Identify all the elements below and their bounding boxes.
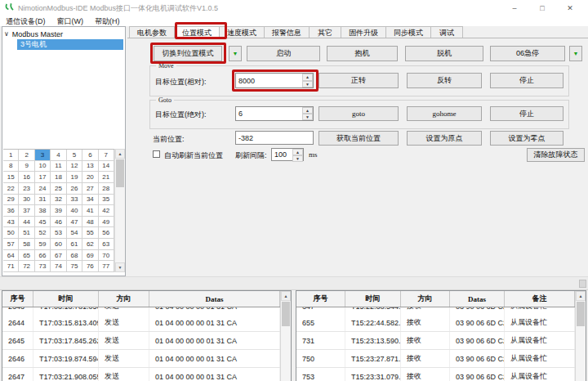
grid-cell-69[interactable]: 69 bbox=[82, 250, 98, 262]
scroll-thumb[interactable] bbox=[116, 159, 124, 187]
scroll-up-icon[interactable]: ▲ bbox=[576, 291, 586, 301]
grid-cell-5[interactable]: 5 bbox=[67, 150, 82, 161]
table-row[interactable]: 2646T17:03:19.874.594发送01 04 00 00 00 01… bbox=[2, 350, 280, 368]
table-row[interactable]: 2644T17:03:15.813.409发送01 04 00 00 00 01… bbox=[2, 314, 280, 332]
brake-button[interactable]: 抱机 bbox=[327, 46, 398, 61]
grid-cell-7[interactable]: 7 bbox=[99, 150, 114, 161]
grid-cell-73[interactable]: 73 bbox=[35, 261, 51, 272]
grid-cell-75[interactable]: 75 bbox=[67, 261, 82, 272]
grid-cell-12[interactable]: 12 bbox=[67, 161, 82, 173]
tab-1[interactable]: 位置模式 bbox=[174, 26, 220, 38]
grid-cell-34[interactable]: 34 bbox=[82, 195, 98, 206]
grid-cell-45[interactable]: 45 bbox=[35, 217, 51, 228]
table-row[interactable]: 731T15:23:13.590.…接收03 90 06 6D C2从属设备忙 bbox=[296, 332, 575, 350]
grid-cell-71[interactable]: 71 bbox=[3, 261, 19, 272]
grid-cell-53[interactable]: 53 bbox=[51, 227, 66, 239]
table-row[interactable]: 2647T17:03:21.908.055发送01 04 00 00 00 01… bbox=[2, 368, 280, 381]
relative-target-value[interactable]: 8000 bbox=[236, 74, 302, 87]
grid-cell-43[interactable]: 43 bbox=[3, 217, 19, 228]
grid-cell-68[interactable]: 68 bbox=[67, 250, 82, 262]
grid-cell-28[interactable]: 28 bbox=[99, 183, 114, 195]
menu-item-2[interactable]: 帮助(H) bbox=[89, 16, 126, 26]
grid-cell-65[interactable]: 65 bbox=[19, 250, 34, 262]
grid-cell-31[interactable]: 31 bbox=[35, 195, 51, 206]
grid-cell-4[interactable]: 4 bbox=[51, 150, 66, 161]
start-button[interactable]: 启动 bbox=[247, 46, 320, 61]
goto-button[interactable]: goto bbox=[318, 106, 399, 121]
relative-target-spinner[interactable]: 8000 ▲▼ bbox=[235, 73, 314, 88]
absolute-target-value[interactable]: 6 bbox=[236, 107, 302, 120]
grid-cell-47[interactable]: 47 bbox=[67, 217, 82, 228]
grid-cell-17[interactable]: 17 bbox=[35, 172, 51, 183]
grid-cell-57[interactable]: 57 bbox=[3, 239, 19, 250]
grid-cell-56[interactable]: 56 bbox=[99, 227, 114, 239]
release-button[interactable]: 脱机 bbox=[405, 46, 483, 61]
tree-item-modbus-master[interactable]: ∨ Modbus Master bbox=[4, 29, 63, 39]
goto-stop-button[interactable]: 停止 bbox=[490, 106, 564, 121]
clear-fault-button[interactable]: 清除故障状态 bbox=[527, 148, 585, 162]
grid-cell-29[interactable]: 29 bbox=[3, 195, 19, 206]
send-log-scrollbar[interactable]: ▲ bbox=[280, 291, 291, 381]
tab-4[interactable]: 其它 bbox=[309, 26, 341, 38]
estop-dropdown-icon[interactable]: ▼ bbox=[569, 46, 582, 61]
estop-button[interactable]: 06急停 bbox=[490, 46, 565, 61]
table-row[interactable]: 655T15:22:44.582.…接收03 90 06 6D C2从属设备忙 bbox=[296, 314, 575, 332]
grid-cell-50[interactable]: 50 bbox=[3, 227, 19, 239]
reverse-button[interactable]: 反转 bbox=[407, 73, 482, 88]
tree-item-motor-3[interactable]: 3号电机 bbox=[17, 39, 123, 50]
grid-cell-70[interactable]: 70 bbox=[99, 250, 114, 262]
scroll-up-icon[interactable]: ▲ bbox=[281, 291, 291, 301]
table-row[interactable]: 647T15:22:38.544.…接收03 90 06 6D C2从属设备忙 bbox=[296, 307, 575, 314]
grid-cell-6[interactable]: 6 bbox=[82, 150, 98, 161]
spinner-arrows-icon[interactable]: ▲▼ bbox=[302, 107, 313, 120]
grid-cell-46[interactable]: 46 bbox=[51, 217, 66, 228]
grid-cell-27[interactable]: 27 bbox=[82, 183, 98, 195]
grid-cell-15[interactable]: 15 bbox=[3, 172, 19, 183]
table-row[interactable]: 2643T17:03:13.781.056发送01 04 00 00 00 01… bbox=[2, 307, 280, 314]
grid-cell-58[interactable]: 58 bbox=[19, 239, 34, 250]
refresh-interval-spinner[interactable]: 100 ▲▼ bbox=[271, 148, 304, 161]
gohome-button[interactable]: gohome bbox=[407, 106, 482, 121]
grid-cell-66[interactable]: 66 bbox=[35, 250, 51, 262]
grid-cell-36[interactable]: 36 bbox=[3, 205, 19, 217]
grid-cell-14[interactable]: 14 bbox=[99, 161, 114, 173]
table-row[interactable]: 2645T17:03:17.845.262发送01 04 00 00 00 01… bbox=[2, 332, 280, 350]
menu-item-1[interactable]: 窗口(W) bbox=[51, 16, 90, 26]
spinner-arrows-icon[interactable]: ▲▼ bbox=[302, 74, 313, 87]
grid-cell-63[interactable]: 63 bbox=[99, 239, 114, 250]
grid-cell-37[interactable]: 37 bbox=[19, 205, 34, 217]
grid-cell-19[interactable]: 19 bbox=[67, 172, 82, 183]
tab-2[interactable]: 速度模式 bbox=[219, 26, 265, 38]
scroll-thumb[interactable] bbox=[282, 302, 290, 326]
grid-cell-38[interactable]: 38 bbox=[35, 205, 51, 217]
grid-cell-21[interactable]: 21 bbox=[99, 172, 114, 183]
grid-cell-52[interactable]: 52 bbox=[35, 227, 51, 239]
grid-cell-9[interactable]: 9 bbox=[19, 161, 34, 173]
move-stop-button[interactable]: 停止 bbox=[490, 73, 564, 88]
refresh-interval-value[interactable]: 100 bbox=[272, 149, 292, 160]
scroll-thumb[interactable] bbox=[577, 302, 585, 326]
grid-cell-8[interactable]: 8 bbox=[3, 161, 19, 173]
grid-cell-30[interactable]: 30 bbox=[19, 195, 34, 206]
grid-cell-2[interactable]: 2 bbox=[19, 150, 34, 161]
grid-cell-26[interactable]: 26 bbox=[67, 183, 82, 195]
grid-cell-40[interactable]: 40 bbox=[67, 205, 82, 217]
table-row[interactable]: 753T15:23:31.079.…接收03 90 06 6D C2从属设备忙 bbox=[296, 368, 575, 381]
grid-cell-59[interactable]: 59 bbox=[35, 239, 51, 250]
grid-cell-22[interactable]: 22 bbox=[3, 183, 19, 195]
grid-cell-49[interactable]: 49 bbox=[99, 217, 114, 228]
grid-cell-11[interactable]: 11 bbox=[51, 161, 66, 173]
grid-cell-20[interactable]: 20 bbox=[82, 172, 98, 183]
grid-cell-32[interactable]: 32 bbox=[51, 195, 66, 206]
tab-6[interactable]: 同步模式 bbox=[385, 26, 431, 38]
absolute-target-spinner[interactable]: 6 ▲▼ bbox=[235, 106, 314, 121]
menu-item-0[interactable]: 通信设备(D) bbox=[0, 16, 51, 26]
mode-dropdown-icon[interactable]: ▼ bbox=[229, 46, 242, 61]
grid-cell-23[interactable]: 23 bbox=[19, 183, 34, 195]
grid-cell-74[interactable]: 74 bbox=[51, 261, 66, 272]
grid-cell-42[interactable]: 42 bbox=[99, 205, 114, 217]
switch-mode-button[interactable]: 切换到位置模式 bbox=[154, 46, 222, 61]
grid-cell-48[interactable]: 48 bbox=[82, 217, 98, 228]
forward-button[interactable]: 正转 bbox=[318, 73, 399, 88]
grid-cell-13[interactable]: 13 bbox=[82, 161, 98, 173]
